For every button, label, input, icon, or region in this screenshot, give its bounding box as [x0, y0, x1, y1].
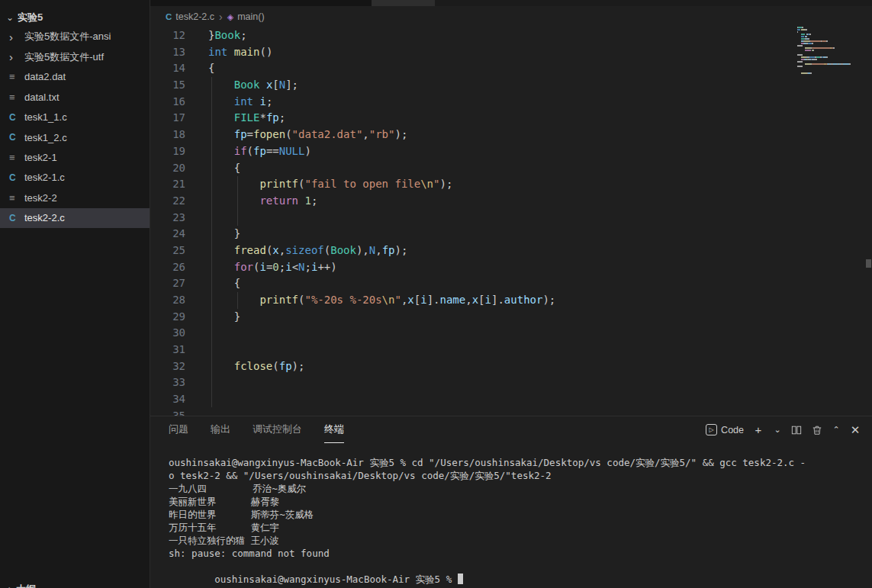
code-line[interactable]: 25 fread(x,sizeof(Book),N,fp);	[150, 243, 796, 259]
line-number: 27	[150, 275, 185, 292]
line-number: 33	[150, 374, 185, 391]
code-editor[interactable]: 12}Book;13int main()14{15 Book x[N];16 i…	[150, 27, 796, 416]
code-line[interactable]: 16 int i;	[150, 94, 796, 111]
tab-bar-empty	[435, 0, 872, 6]
terminal-profile-label: Code	[721, 425, 744, 435]
terminal-line: o tesk2-2 && "/Users/oushinsakai/Desktop…	[169, 469, 864, 482]
terminal-prompt-line: oushinsakai@wangxinyus-MacBook-Air 实验5 %	[169, 560, 864, 573]
breadcrumb: C tesk2-2.c › ◈ main()	[150, 8, 872, 26]
explorer-section-header[interactable]: ⌄ 实验5	[0, 0, 150, 27]
kill-terminal-button[interactable]	[811, 424, 823, 436]
terminal[interactable]: oushinsakai@wangxinyus-MacBook-Air 实验5 %…	[169, 456, 864, 588]
vscode-window: ⌄ 实验5 › 实验5数据文件-ansi › 实验5数据文件-utf ≡ dat…	[0, 0, 872, 588]
breadcrumb-symbol[interactable]: main()	[237, 11, 264, 22]
code-line[interactable]: 22 return 1;	[150, 193, 796, 210]
line-number: 35	[150, 408, 185, 416]
line-number: 24	[150, 226, 185, 243]
panel-actions: ▷ Code + ⌄ ⌃ ✕	[706, 416, 861, 443]
code-line[interactable]: 26 for(i=0;i<N;i++)	[150, 259, 796, 276]
terminal-profile-button[interactable]: ▷ Code	[706, 424, 744, 435]
explorer-item[interactable]: C tesk2-1.c	[0, 168, 150, 188]
editor-area: C tesk2-2.c › ◈ main() 12}Book;13int mai…	[150, 0, 872, 416]
code-line[interactable]: 27 {	[150, 275, 796, 292]
terminal-prompt: oushinsakai@wangxinyus-MacBook-Air 实验5 %	[214, 574, 458, 585]
line-number: 12	[150, 27, 185, 44]
terminal-line: sh: pause: command not found	[169, 547, 864, 560]
code-line[interactable]: 28 printf("%-20s %-20s\n",x[i].name,x[i]…	[150, 292, 796, 309]
code-line[interactable]: 33	[150, 374, 796, 391]
tab-bar[interactable]	[150, 0, 872, 6]
scrollbar-thumb[interactable]	[866, 259, 871, 268]
code-line[interactable]: 15 Book x[N];	[150, 77, 796, 94]
panel-tab[interactable]: 问题	[169, 416, 188, 443]
code-line[interactable]: 32 fclose(fp);	[150, 358, 796, 375]
terminal-line: 一九八四 乔治~奥威尔	[169, 482, 864, 495]
panel-tab[interactable]: 调试控制台	[253, 416, 302, 443]
code-line[interactable]: 20 {	[150, 160, 796, 177]
terminal-dropdown-chevron-icon[interactable]: ⌄	[773, 424, 782, 436]
active-tab-fragment[interactable]	[372, 0, 435, 6]
panel-tab[interactable]: 终端	[324, 416, 344, 443]
c-icon: C	[9, 112, 24, 123]
line-number: 21	[150, 176, 185, 193]
indent-guide	[237, 176, 238, 226]
line-number: 20	[150, 160, 185, 177]
code-line[interactable]: 21 printf("fail to open file\n");	[150, 176, 796, 193]
code-line[interactable]: 13int main()	[150, 44, 796, 61]
doc-icon: ≡	[9, 192, 24, 204]
code-line[interactable]: 29 }	[150, 309, 796, 326]
line-number: 34	[150, 391, 185, 408]
code-line[interactable]: 18 fp=fopen("data2.dat","rb");	[150, 127, 796, 143]
line-number: 13	[150, 44, 185, 61]
line-number: 18	[150, 127, 185, 143]
explorer-section-title: 实验5	[18, 11, 43, 24]
indent-guide	[237, 292, 238, 309]
explorer-item[interactable]: ≡ datal.txt	[0, 87, 150, 107]
terminal-line: oushinsakai@wangxinyus-MacBook-Air 实验5 %…	[169, 456, 864, 469]
panel-header: 问题 输出 调试控制台 终端 ▷	[150, 416, 872, 443]
explorer-item[interactable]: ≡ tesk2-2	[0, 188, 150, 207]
terminal-cursor	[458, 574, 463, 584]
breadcrumb-file[interactable]: tesk2-2.c	[175, 11, 214, 22]
explorer-item[interactable]: C tesk1_1.c	[0, 108, 150, 127]
line-number: 17	[150, 110, 185, 127]
terminal-line: 美丽新世界 赫胥黎	[169, 495, 864, 508]
code-line[interactable]: 12}Book;	[150, 27, 796, 44]
outline-section-header[interactable]: › 大纲	[0, 583, 150, 588]
panel-tab[interactable]: 输出	[211, 416, 230, 443]
close-panel-button[interactable]: ✕	[849, 424, 861, 436]
line-number: 25	[150, 243, 185, 259]
code-line[interactable]: 23	[150, 210, 796, 227]
method-icon: ◈	[227, 12, 233, 22]
doc-icon: ≡	[9, 92, 24, 103]
explorer-item[interactable]: C tesk2-2.c	[0, 208, 150, 228]
code-line[interactable]: 24 }	[150, 226, 796, 243]
code-line[interactable]: 31	[150, 342, 796, 358]
line-number: 15	[150, 77, 185, 94]
code-line[interactable]: 14{	[150, 60, 796, 77]
new-terminal-button[interactable]: +	[752, 424, 764, 436]
split-terminal-button[interactable]	[790, 424, 803, 436]
explorer-item[interactable]: ≡ tesk2-1	[0, 147, 150, 167]
explorer-file-list: › 实验5数据文件-ansi › 实验5数据文件-utf ≡ data2.dat…	[0, 27, 150, 228]
explorer-item[interactable]: C tesk1_2.c	[0, 127, 150, 147]
code-line[interactable]: 19 if(fp==NULL)	[150, 143, 796, 160]
maximize-panel-button[interactable]: ⌃	[832, 424, 841, 436]
line-number: 28	[150, 292, 185, 309]
code-line[interactable]: 17 FILE*fp;	[150, 110, 796, 127]
c-icon: C	[9, 132, 24, 143]
minimap[interactable]	[797, 27, 866, 82]
line-number: 26	[150, 259, 185, 276]
code-line[interactable]: 34	[150, 391, 796, 408]
code-line[interactable]: 30	[150, 325, 796, 342]
terminal-play-icon: ▷	[706, 424, 717, 435]
explorer-item[interactable]: ≡ data2.dat	[0, 67, 150, 87]
line-number: 23	[150, 210, 185, 227]
code-line[interactable]: 35	[150, 408, 796, 416]
line-number: 31	[150, 342, 185, 358]
terminal-line: 万历十五年 黄仁宇	[169, 521, 864, 534]
explorer-item[interactable]: › 实验5数据文件-ansi	[0, 27, 150, 47]
explorer-item[interactable]: › 实验5数据文件-utf	[0, 47, 150, 66]
c-icon: C	[9, 213, 24, 223]
explorer-sidebar: ⌄ 实验5 › 实验5数据文件-ansi › 实验5数据文件-utf ≡ dat…	[0, 0, 150, 588]
